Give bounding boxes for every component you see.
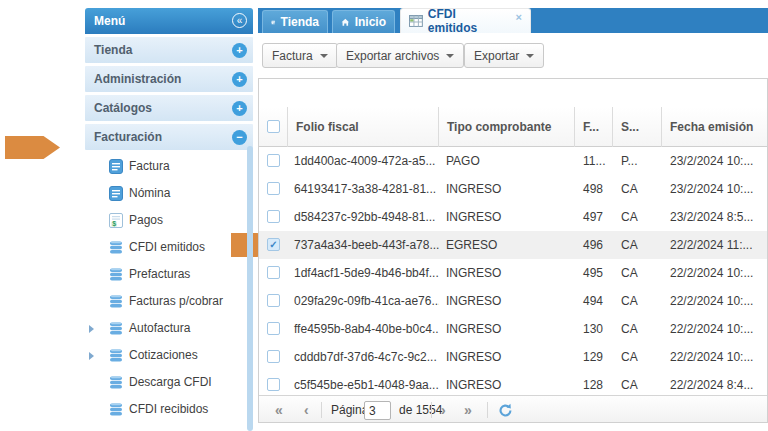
toolbar: Factura Exportar archivos Exportar: [258, 33, 768, 78]
cell-s: CA: [613, 175, 662, 203]
prev-page-icon[interactable]: ‹: [304, 396, 309, 423]
column-header-s[interactable]: S...: [613, 107, 662, 147]
row-checkbox[interactable]: [267, 378, 280, 391]
collapse-minus-icon[interactable]: −: [232, 130, 247, 145]
database-icon: [109, 321, 123, 336]
sidebar-item-cotizaciones[interactable]: Cotizaciones: [85, 342, 253, 369]
expand-arrow-icon[interactable]: [89, 352, 94, 360]
sidebar-item-cfdi-recibidos[interactable]: CFDI recibidos: [85, 396, 253, 423]
sidebar-item-facturas-p-cobrar[interactable]: Facturas p/cobrar: [85, 288, 253, 315]
item-label: Cotizaciones: [129, 342, 198, 369]
tab-label: CFDI emitidos: [428, 7, 508, 35]
exportar-menu-button[interactable]: Exportar: [464, 43, 544, 68]
expand-plus-icon[interactable]: +: [232, 101, 247, 116]
tab-inicio[interactable]: Inicio: [332, 10, 395, 33]
item-label: Prefacturas: [129, 261, 190, 288]
cell-folio: 737a4a34-beeb-443f-a78...: [288, 231, 439, 259]
pagination-bar: « ‹ Página de 1554 › »: [259, 395, 767, 423]
divider: [321, 402, 322, 418]
cell-tipo: PAGO: [439, 147, 575, 175]
item-label: Descarga CFDI: [129, 369, 212, 396]
table-row[interactable]: cdddb7df-37d6-4c7c-9c2... INGRESO 129 CA…: [259, 343, 767, 371]
database-icon: [109, 267, 123, 282]
first-page-icon[interactable]: «: [275, 396, 283, 423]
sidebar-item-cfdi-emitidos[interactable]: CFDI emitidos: [85, 234, 253, 261]
sidebar-item-pagos[interactable]: $ Pagos: [85, 207, 253, 234]
column-header-tipo-comprobante[interactable]: Tipo comprobante: [439, 107, 575, 147]
row-checkbox[interactable]: [267, 294, 280, 307]
sidebar-item-nomina[interactable]: Nómina: [85, 180, 253, 207]
payment-document-icon: $: [109, 213, 123, 228]
cell-f: 11...: [575, 147, 613, 175]
refresh-icon[interactable]: [498, 403, 513, 418]
table-row[interactable]: 1dd400ac-4009-472a-a5... PAGO 11... P...…: [259, 147, 767, 175]
sidebar-title: Menú: [94, 8, 125, 34]
item-label: CFDI recibidos: [129, 396, 208, 423]
column-header-fecha-emision[interactable]: Fecha emisión: [662, 107, 768, 147]
table-row[interactable]: 1df4acf1-5de9-4b46-bb4f... INGRESO 495 C…: [259, 259, 767, 287]
row-checkbox[interactable]: [267, 266, 280, 279]
row-checkbox[interactable]: [267, 322, 280, 335]
cell-f: 495: [575, 259, 613, 287]
cell-s: CA: [613, 287, 662, 315]
button-label: Factura: [272, 49, 313, 63]
column-header-f[interactable]: F...: [575, 107, 613, 147]
database-icon: [109, 375, 123, 390]
row-checkbox[interactable]: [267, 350, 280, 363]
cell-folio: cdddb7df-37d6-4c7c-9c2...: [288, 343, 439, 371]
row-checkbox[interactable]: [267, 210, 280, 223]
cell-fecha: 23/2/2024 10:...: [662, 147, 768, 175]
expand-plus-icon[interactable]: +: [232, 72, 247, 87]
sidebar-section-tienda[interactable]: Tienda +: [85, 37, 253, 63]
expand-arrow-icon[interactable]: [89, 325, 94, 333]
document-icon: [109, 186, 123, 201]
page-number-input[interactable]: [364, 401, 391, 420]
section-label: Administración: [94, 66, 181, 92]
sidebar-section-administracion[interactable]: Administración +: [85, 66, 253, 92]
grid-header: Folio fiscal Tipo comprobante F... S... …: [259, 107, 767, 147]
expand-plus-icon[interactable]: +: [232, 43, 247, 58]
cell-s: P...: [613, 147, 662, 175]
sidebar-item-factura[interactable]: Factura: [85, 153, 253, 180]
table-row[interactable]: c5f545be-e5b1-4048-9aa... INGRESO 128 CA…: [259, 371, 767, 395]
sidebar-scrollbar[interactable]: [247, 146, 253, 431]
sidebar-item-prefacturas[interactable]: Prefacturas: [85, 261, 253, 288]
row-checkbox[interactable]: [267, 182, 280, 195]
exportar-archivos-menu-button[interactable]: Exportar archivos: [336, 43, 464, 68]
item-label: Factura: [129, 153, 170, 180]
table-row[interactable]: 029fa29c-09fb-41ca-ae76... INGRESO 494 C…: [259, 287, 767, 315]
select-all-checkbox[interactable]: [267, 120, 280, 133]
chevron-down-icon: [446, 54, 454, 58]
tab-tienda[interactable]: Tienda: [262, 10, 328, 33]
table-row[interactable]: 64193417-3a38-4281-81... INGRESO 498 CA …: [259, 175, 767, 203]
sidebar-item-autofactura[interactable]: Autofactura: [85, 315, 253, 342]
collapse-sidebar-icon[interactable]: «: [232, 13, 247, 28]
last-page-icon[interactable]: »: [464, 396, 472, 423]
sidebar-item-descarga-cfdi[interactable]: Descarga CFDI: [85, 369, 253, 396]
sidebar-menu: Menú « Tienda + Administración + Catálog…: [85, 8, 253, 431]
cell-fecha: 22/2/2024 10:...: [662, 287, 768, 315]
row-checkbox-checked[interactable]: [267, 238, 280, 251]
factura-menu-button[interactable]: Factura: [262, 43, 338, 68]
table-row[interactable]: ffe4595b-8ab4-40be-b0c4... INGRESO 130 C…: [259, 315, 767, 343]
annotation-arrow-facturacion: [5, 136, 60, 159]
sidebar-section-catalogos[interactable]: Catálogos +: [85, 95, 253, 121]
section-label: Facturación: [94, 124, 162, 150]
sidebar-section-facturacion[interactable]: Facturación −: [85, 124, 253, 150]
cell-tipo: INGRESO: [439, 371, 575, 395]
column-header-folio-fiscal[interactable]: Folio fiscal: [288, 107, 439, 147]
svg-text:$: $: [112, 220, 116, 228]
chevron-down-icon: [320, 54, 328, 58]
row-checkbox[interactable]: [267, 154, 280, 167]
cell-tipo: INGRESO: [439, 175, 575, 203]
close-tab-icon[interactable]: ×: [516, 11, 522, 23]
table-row-selected[interactable]: 737a4a34-beeb-443f-a78... EGRESO 496 CA …: [259, 231, 767, 259]
next-page-icon[interactable]: ›: [441, 396, 446, 423]
cell-f: 130: [575, 315, 613, 343]
cell-s: CA: [613, 203, 662, 231]
home-icon: [341, 16, 350, 29]
page-total-label: de 1554: [399, 396, 442, 423]
tab-cfdi-emitidos[interactable]: CFDI emitidos ×: [400, 8, 531, 33]
page-label: Página: [331, 396, 368, 423]
table-row[interactable]: d584237c-92bb-4948-81... INGRESO 497 CA …: [259, 203, 767, 231]
